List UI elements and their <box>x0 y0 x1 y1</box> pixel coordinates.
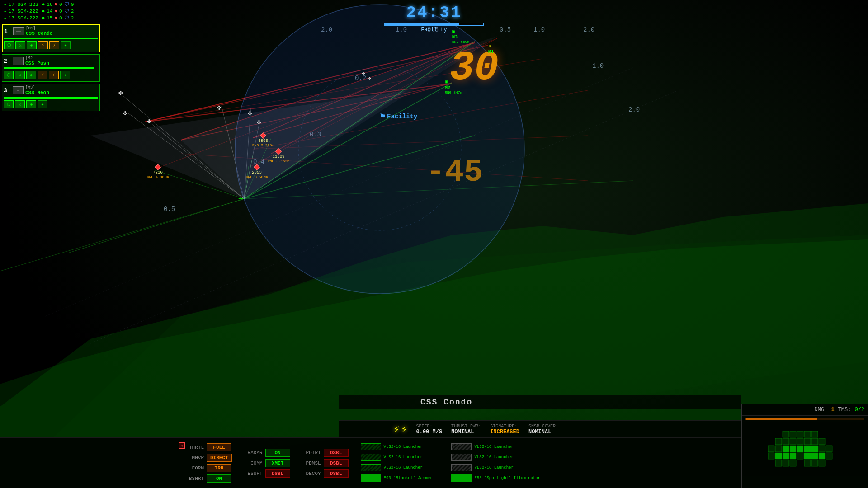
grid-label-0-5-far: 0.5 <box>164 206 175 213</box>
svg-line-37 <box>90 90 678 343</box>
unit-card-3[interactable]: 3 ━ [M3] CSS Neon ⬡ ⚔ ◈ ✦ <box>2 84 100 111</box>
enemy-2353: 2353 RNG 3.587m <box>246 165 268 179</box>
enemy-7230-rng: RNG 4.885m <box>147 175 169 179</box>
u2-action-5[interactable]: ⚡ <box>49 71 59 79</box>
unit-2-icon: ━ <box>13 57 24 65</box>
weapon-1-name: VLS2-16 Launcher <box>384 445 450 449</box>
player-crosshair: ✛ <box>238 193 243 203</box>
unit-1-actions: ⬡ ⚔ ◈ ⚡ ⚡ ✦ <box>4 40 98 50</box>
mnvr-button[interactable]: DIRECT <box>207 454 232 462</box>
svg-rect-58 <box>819 446 825 452</box>
dmg-label: DMG: <box>815 407 828 413</box>
timer-progress <box>384 23 484 26</box>
weapon-bar-4 <box>451 454 472 461</box>
svg-rect-45 <box>783 438 789 445</box>
action-icon-6[interactable]: ✦ <box>61 41 71 49</box>
right-dmg-panel: DMG: 1 TMS: 0/2 <box>741 404 868 488</box>
pdtrt-button[interactable]: DSBL <box>324 449 349 457</box>
action-icon-3[interactable]: ◈ <box>27 41 37 49</box>
tms-label: TMS: <box>838 407 851 413</box>
pdmsl-label: PDMSL <box>298 460 323 466</box>
svg-line-11 <box>154 38 497 169</box>
svg-rect-41 <box>797 431 803 437</box>
svg-line-10 <box>271 42 475 154</box>
weapon-bar-1 <box>361 443 381 450</box>
svg-line-12 <box>251 38 497 166</box>
u2-action-2[interactable]: ⚔ <box>15 71 25 79</box>
u2-action-1[interactable]: ⬡ <box>4 71 14 79</box>
friendly-m1-id: M1 <box>488 50 494 55</box>
svg-rect-50 <box>819 438 825 445</box>
esupt-button[interactable]: DSBL <box>265 469 290 478</box>
svg-rect-55 <box>797 446 803 452</box>
bshrt-pair: BSHRT ON <box>181 474 232 483</box>
unit-card-1-header: 1 ━━ [M1] CSS Condo <box>4 26 98 36</box>
svg-line-31 <box>244 108 251 199</box>
drone-6: ✤ <box>257 117 261 127</box>
u3-action-1[interactable]: ⬡ <box>4 100 14 108</box>
u3-action-2[interactable]: ⚔ <box>15 100 25 108</box>
svg-line-32 <box>244 120 260 199</box>
pdmsl-pair: PDMSL DSBL <box>298 459 349 467</box>
tms-value: 0/2 <box>854 407 864 413</box>
action-icon-5[interactable]: ⚡ <box>49 41 59 49</box>
action-icon-4[interactable]: ⚡ <box>38 41 48 49</box>
signature-group: SIGNATURE: INCREASED <box>490 424 519 435</box>
weapon-3-name: VLS2-16 Launcher <box>384 455 450 460</box>
thrtl-button[interactable]: FULL <box>207 443 231 451</box>
form-button[interactable]: TRU <box>207 464 231 472</box>
radar-button[interactable]: ON <box>265 449 290 457</box>
grid-label-0-5-right: 0.5 <box>500 26 511 33</box>
svg-line-29 <box>149 122 244 199</box>
weapon-row-3: VLS2-16 Launcher <box>361 454 450 461</box>
u3-action-4[interactable]: ✦ <box>38 100 47 108</box>
u3-action-3[interactable]: ◈ <box>26 100 36 108</box>
ship-name-label: CSS Condo <box>420 398 472 407</box>
action-icon-1[interactable]: ⬡ <box>4 41 14 49</box>
lightning-icon-2: ⚡ <box>401 423 407 436</box>
svg-rect-73 <box>811 460 818 466</box>
unit-3-designation: [M3] <box>25 85 98 90</box>
facility-marker: ⚑ Facility <box>380 111 417 122</box>
weapon-2-name: VLS2-16 Launcher <box>474 445 540 449</box>
enemy-6895-id: 6895 <box>258 139 268 143</box>
decoy-button[interactable]: DSBL <box>324 469 349 478</box>
svg-rect-60 <box>768 453 774 459</box>
unit-card-1[interactable]: 1 ━━ [M1] CSS Condo ⬡ ⚔ ◈ ⚡ ⚡ ✦ <box>2 24 100 52</box>
weapon-bar-2 <box>451 443 472 450</box>
weapon-row-6: VLS2-16 Launcher <box>451 464 540 471</box>
u2-action-3[interactable]: ◈ <box>26 71 36 79</box>
svg-rect-64 <box>797 453 803 459</box>
mnvr-label: MNVR <box>181 455 206 460</box>
decoy-label: DECOY <box>298 471 323 476</box>
pdmsl-button[interactable]: DSBL <box>324 459 349 467</box>
radar-label: RADAR <box>240 450 264 455</box>
svg-rect-48 <box>804 438 811 445</box>
svg-line-19 <box>244 136 475 199</box>
weapon-row-4: VLS2-16 Launcher <box>451 454 540 461</box>
facility-label-text: Facility <box>387 113 417 120</box>
cancel-button[interactable]: ✕ <box>179 442 185 449</box>
unit-1-name: CSS Condo <box>26 31 98 36</box>
friendly-m1: ☀ M1 <box>488 43 494 55</box>
svg-line-28 <box>127 112 244 199</box>
unit-card-2[interactable]: 2 ━ [M2] CSS Push ⬡ ⚔ ◈ ⚡ ⚡ ✦ <box>2 54 100 82</box>
bshrt-button[interactable]: ON <box>207 474 231 483</box>
weapon-row-2: VLS2-16 Launcher <box>451 443 540 450</box>
thrust-group: THRUST PWR: NOMINAL <box>451 424 481 435</box>
action-icon-2[interactable]: ⚔ <box>15 41 25 49</box>
unit-3-name: CSS Neon <box>25 90 98 95</box>
svg-rect-54 <box>790 446 796 452</box>
unit-1-designation: [M1] <box>26 26 98 31</box>
svg-line-15 <box>253 136 588 149</box>
svg-line-30 <box>222 106 244 199</box>
comm-button[interactable]: XMIT <box>265 459 290 467</box>
svg-marker-36 <box>181 36 497 199</box>
u2-action-6[interactable]: ✦ <box>60 71 70 79</box>
pdtrt-label: PDTRT <box>298 450 323 455</box>
grid-label-1-0-right: 1.0 <box>533 26 545 33</box>
unit-3-actions: ⬡ ⚔ ◈ ✦ <box>4 99 98 109</box>
u2-action-4[interactable]: ⚡ <box>38 71 47 79</box>
game-canvas: 24:31 Facility 2.0 1.0 0.5 0.5 1.0 2.0 0… <box>0 0 868 488</box>
weapon-row-5: VLS2-16 Launcher <box>361 464 450 471</box>
